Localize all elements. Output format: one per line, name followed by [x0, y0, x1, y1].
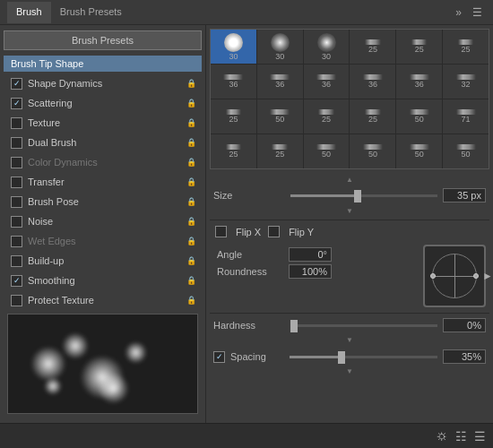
brush-cell-20[interactable]: 50	[304, 134, 350, 168]
menu-item-wet-edges[interactable]: Wet Edges🔒	[4, 231, 202, 251]
menu-item-label-6: Brush Pose	[28, 196, 186, 207]
brush-num-17: 71	[462, 115, 471, 124]
brush-cell-9[interactable]: 36	[350, 65, 395, 99]
angle-value[interactable]: 0°	[289, 247, 332, 262]
brush-cell-21[interactable]: 50	[350, 134, 395, 168]
brush-cell-23[interactable]: 50	[443, 134, 489, 168]
menu-item-transfer[interactable]: Transfer🔒	[4, 172, 202, 192]
bottom-toolbar: ⛭ ☷ ☰	[0, 423, 493, 448]
size-slider-thumb[interactable]	[354, 190, 361, 202]
brush-num-14: 25	[322, 115, 331, 124]
brush-num-1: 30	[275, 52, 284, 61]
checkbox-9[interactable]	[11, 255, 22, 267]
spacing-slider-track[interactable]	[290, 356, 437, 358]
checkbox-7[interactable]	[11, 216, 22, 228]
brush-cell-0[interactable]: 30	[211, 30, 256, 64]
brush-settings-icon[interactable]: ⛭	[436, 429, 448, 444]
spacing-slider-thumb[interactable]	[338, 351, 345, 364]
brush-cell-16[interactable]: 50	[396, 99, 442, 134]
grid-icon[interactable]: ☷	[455, 429, 467, 444]
brush-cell-1[interactable]: 30	[257, 30, 303, 64]
size-value[interactable]: 35 px	[443, 188, 486, 202]
scroll-down[interactable]: ▼	[213, 206, 486, 216]
spacing-value[interactable]: 35%	[443, 349, 486, 364]
divider-2	[210, 313, 489, 314]
brush-cell-4[interactable]: 25	[396, 30, 442, 64]
lock-icon-0: 🔒	[186, 79, 196, 88]
hardness-slider-thumb[interactable]	[290, 320, 298, 332]
checkbox-0[interactable]	[11, 78, 22, 90]
menu-item-scattering[interactable]: Scattering🔒	[4, 93, 202, 113]
hardness-value[interactable]: 0%	[443, 318, 486, 332]
flip-y-checkbox[interactable]	[268, 226, 280, 237]
dial-dot-right	[473, 273, 479, 279]
brush-tip-shape-header[interactable]: Brush Tip Shape	[4, 56, 202, 72]
brush-cell-13[interactable]: 50	[257, 99, 303, 134]
scroll-down-3[interactable]: ▼	[210, 366, 489, 376]
menu-item-build-up[interactable]: Build-up🔒	[4, 251, 202, 271]
flip-y-option[interactable]: Flip Y	[268, 226, 314, 237]
brush-cell-10[interactable]: 36	[396, 65, 442, 99]
hardness-row: Hardness 0%	[210, 315, 489, 335]
checkbox-5[interactable]	[11, 177, 22, 188]
brush-cell-19[interactable]: 25	[257, 134, 303, 168]
menu-icon[interactable]: ☰	[469, 4, 486, 21]
menu-item-dual-brush[interactable]: Dual Brush🔒	[4, 133, 202, 152]
brush-num-12: 25	[229, 115, 238, 124]
checkbox-10[interactable]	[11, 275, 22, 287]
lock-icon-7: 🔒	[186, 217, 196, 226]
brush-num-21: 50	[368, 150, 377, 159]
brush-cell-14[interactable]: 25	[304, 99, 350, 134]
menu-item-label-4: Color Dynamics	[28, 157, 186, 168]
preview-blob-1	[30, 346, 66, 382]
brush-cell-6[interactable]: 36	[211, 65, 256, 99]
checkbox-8[interactable]	[11, 236, 22, 247]
tab-brush-presets[interactable]: Brush Presets	[51, 2, 131, 23]
brush-cell-7[interactable]: 36	[257, 65, 303, 99]
scroll-down-2[interactable]: ▼	[210, 335, 489, 345]
brush-cell-17[interactable]: 71	[443, 99, 489, 134]
lock-icon-8: 🔒	[186, 237, 196, 246]
size-slider-track[interactable]	[290, 194, 437, 197]
checkbox-6[interactable]	[11, 196, 22, 208]
flip-x-checkbox[interactable]	[215, 226, 227, 237]
brush-cell-22[interactable]: 50	[396, 134, 442, 168]
spacing-checkbox[interactable]	[213, 351, 225, 363]
angle-dial[interactable]: ►	[423, 245, 486, 307]
divider-1	[210, 220, 489, 220]
menu-item-color-dynamics[interactable]: Color Dynamics🔒	[4, 152, 202, 172]
expand-icon[interactable]: »	[452, 4, 465, 21]
brush-cell-2[interactable]: 30	[304, 30, 350, 64]
tab-brush[interactable]: Brush	[7, 2, 51, 23]
checkbox-1[interactable]	[11, 98, 22, 109]
menu-item-label-10: Smoothing	[28, 275, 186, 286]
brush-options-list: Shape Dynamics🔒Scattering🔒Texture🔒Dual B…	[4, 73, 202, 310]
roundness-value[interactable]: 100%	[289, 264, 332, 279]
scroll-up[interactable]: ▲	[213, 175, 486, 185]
brush-cell-3[interactable]: 25	[350, 30, 395, 64]
menu-item-smoothing[interactable]: Smoothing🔒	[4, 271, 202, 290]
brush-num-3: 25	[368, 45, 377, 54]
checkbox-2[interactable]	[11, 117, 22, 129]
brush-cell-8[interactable]: 36	[304, 65, 350, 99]
checkbox-4[interactable]	[11, 157, 22, 168]
menu-item-brush-pose[interactable]: Brush Pose🔒	[4, 192, 202, 211]
menu-item-protect-texture[interactable]: Protect Texture🔒	[4, 290, 202, 310]
flip-x-option[interactable]: Flip X	[215, 226, 261, 237]
brush-cell-15[interactable]: 25	[350, 99, 395, 134]
brush-cell-11[interactable]: 32	[443, 65, 489, 99]
brush-presets-button[interactable]: Brush Presets	[4, 30, 202, 50]
checkbox-3[interactable]	[11, 137, 22, 149]
brush-cell-5[interactable]: 25	[443, 30, 489, 64]
menu-item-noise[interactable]: Noise🔒	[4, 211, 202, 231]
menu-item-texture[interactable]: Texture🔒	[4, 113, 202, 133]
checkbox-11[interactable]	[11, 295, 22, 306]
brush-cell-12[interactable]: 25	[211, 99, 256, 134]
panel-icon[interactable]: ☰	[474, 429, 486, 444]
menu-item-shape-dynamics[interactable]: Shape Dynamics🔒	[4, 73, 202, 93]
hardness-slider-track[interactable]	[290, 324, 437, 327]
preview-blob-4	[125, 341, 147, 364]
main-content: Brush Presets Brush Tip Shape Shape Dyna…	[0, 25, 493, 423]
brush-cell-18[interactable]: 25	[211, 134, 256, 168]
lock-icon-2: 🔒	[186, 118, 196, 127]
